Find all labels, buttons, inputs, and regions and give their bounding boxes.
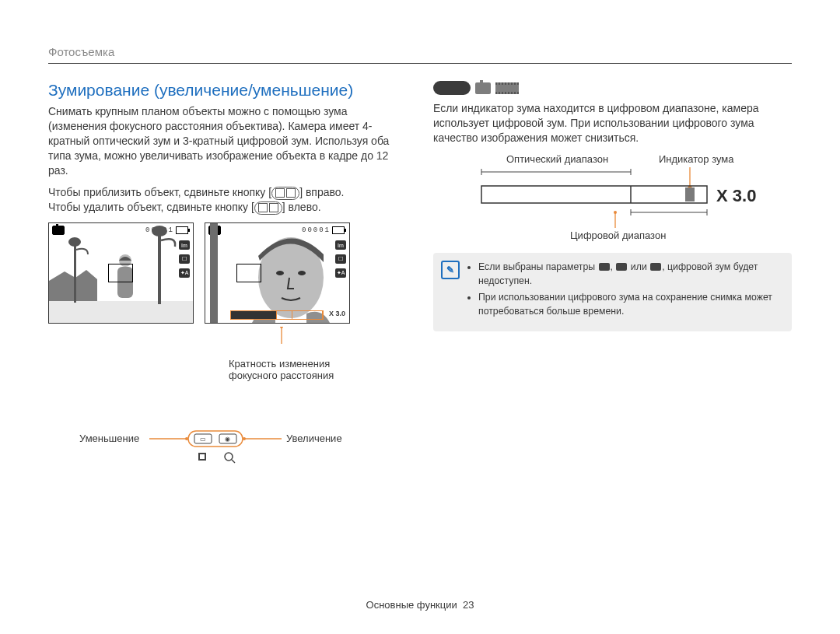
- svg-point-10: [298, 271, 306, 275]
- face-detect-icon: [599, 263, 610, 271]
- svg-rect-0: [49, 301, 193, 323]
- tracking-af-icon: [616, 263, 627, 271]
- digital-zoom-paragraph: Если индикатор зума находится в цифровом…: [433, 101, 792, 145]
- svg-rect-28: [481, 186, 707, 203]
- svg-rect-1: [74, 245, 76, 303]
- svg-point-2: [68, 237, 81, 247]
- svg-line-25: [232, 460, 235, 463]
- digital-label: Цифровой диапазон: [570, 229, 666, 241]
- svg-point-9: [276, 271, 284, 275]
- zoom-out-label: Уменьшение: [79, 433, 139, 444]
- lcd-zoomed: 00001 Im ☐ ✦A: [205, 222, 350, 324]
- zoom-scene-illustration: [205, 223, 349, 323]
- lcd-comparison: 00001 Im ☐ ✦A: [48, 222, 407, 324]
- svg-rect-17: [188, 431, 243, 447]
- intro-paragraph: Снимать крупным планом объекты можно с п…: [48, 104, 407, 177]
- program-mode-icon: [475, 82, 491, 94]
- svg-rect-7: [210, 223, 218, 323]
- zoom-rocker-icon: [271, 187, 299, 200]
- auto-mode-pill: [433, 81, 471, 95]
- zoom-readout: X 3.0: [329, 310, 345, 317]
- svg-rect-3: [158, 234, 161, 304]
- zoom-control-diagram: ▭ ◉ Уменьшение Увеличение: [48, 425, 407, 464]
- note-item-2: При использовании цифрового зума на сохр…: [478, 291, 781, 319]
- smart-mode-icon: [650, 263, 661, 271]
- zoom-in-instruction: Чтобы приблизить объект, сдвиньте кнопку…: [48, 185, 407, 215]
- svg-text:◉: ◉: [225, 436, 230, 443]
- mode-icons-row: [433, 81, 792, 95]
- note-item-1: Если выбраны параметры , или , цифровой …: [478, 261, 781, 289]
- svg-point-12: [280, 327, 283, 328]
- zoom-indicator-diagram: Оптический диапазон Индикатор зума X 3.0: [475, 153, 792, 239]
- svg-text:▭: ▭: [200, 436, 206, 443]
- svg-point-32: [614, 211, 617, 214]
- indicator-label: Индикатор зума: [659, 153, 734, 165]
- optical-label: Оптический диапазон: [506, 153, 608, 165]
- note-icon: ✎: [441, 261, 460, 279]
- svg-rect-30: [685, 187, 695, 201]
- scene-mode-icon: [495, 82, 519, 94]
- svg-rect-23: [200, 454, 205, 459]
- left-column: Зумирование (увеличение/уменьшение) Сним…: [48, 81, 407, 464]
- focal-caption: Кратность изменения фокусного расстояния: [229, 358, 369, 381]
- zoom-rocker-icon: [254, 201, 282, 215]
- page-title: Зумирование (увеличение/уменьшение): [48, 81, 407, 100]
- svg-point-4: [152, 226, 167, 236]
- zoom-in-label: Увеличение: [286, 433, 342, 444]
- note-box: ✎ Если выбраны параметры , или , цифрово…: [433, 253, 792, 331]
- focus-frame: [236, 264, 261, 282]
- focal-callout: [48, 327, 359, 358]
- page-footer: Основные функции 23: [0, 599, 840, 611]
- big-zoom-readout: X 3.0: [716, 186, 756, 205]
- svg-point-24: [225, 453, 233, 461]
- focus-frame: [108, 264, 133, 282]
- lcd-wide: 00001 Im ☐ ✦A: [48, 222, 194, 324]
- right-column: Если индикатор зума находится в цифровом…: [433, 81, 792, 464]
- breadcrumb: Фотосъемка: [48, 45, 792, 64]
- zoom-bar: X 3.0: [230, 310, 324, 320]
